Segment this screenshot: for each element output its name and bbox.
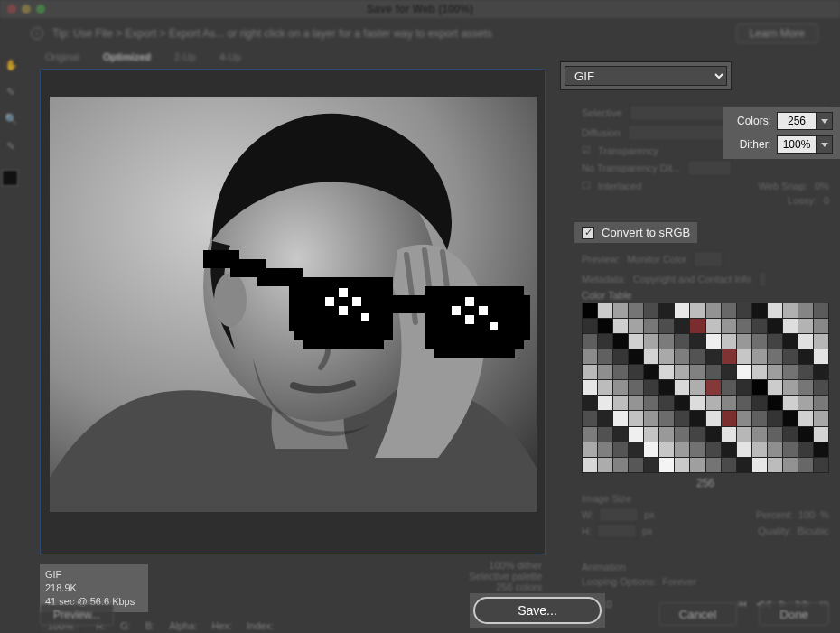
colors-label: Colors: — [730, 115, 771, 127]
readout-b: B: — [145, 620, 154, 631]
svg-rect-9 — [393, 295, 425, 313]
metadata-select[interactable]: Copyright and Contact Info — [633, 274, 751, 284]
lossy-value[interactable]: 0 — [824, 195, 829, 206]
looping-label: Looping Options: — [582, 576, 657, 587]
chevron-down-icon — [821, 119, 828, 124]
tool-palette: ✋ ✎ 🔍 ✎ — [2, 51, 27, 186]
svg-rect-19 — [465, 315, 474, 324]
eyedropper-tool-icon[interactable]: ✎ — [2, 137, 20, 155]
color-table-grid[interactable] — [582, 303, 829, 473]
dither-method-select[interactable]: Diffusion — [582, 127, 621, 138]
websnap-value[interactable]: 0% — [815, 181, 829, 191]
settings-panel: GIF Selective Diffusion ☑Transparency No… — [569, 51, 840, 633]
convert-srgb-label: Convert to sRGB — [602, 226, 690, 239]
info-icon: i — [31, 27, 43, 40]
slice-tool-icon[interactable]: ✎ — [2, 83, 20, 101]
save-button-wrap: Save... — [470, 593, 605, 628]
svg-point-2 — [214, 273, 247, 327]
hand-tool-icon[interactable]: ✋ — [2, 56, 20, 74]
preview-button[interactable]: Preview... — [40, 604, 114, 626]
svg-rect-17 — [361, 313, 369, 321]
color-swatch[interactable] — [2, 170, 18, 186]
readout-index: Index: — [247, 620, 274, 631]
width-field[interactable] — [599, 507, 639, 522]
cancel-button[interactable]: Cancel — [658, 602, 738, 626]
zoom-tool-icon[interactable]: 🔍 — [2, 110, 20, 128]
looping-select[interactable]: Forever — [662, 576, 696, 587]
format-select-wrap: GIF — [560, 61, 732, 90]
preview-frame — [40, 69, 546, 554]
color-table: Color Table 256 — [582, 290, 829, 489]
svg-rect-14 — [339, 306, 348, 315]
convert-srgb-checkbox[interactable] — [582, 227, 594, 239]
color-table-title: Color Table — [582, 290, 829, 301]
readout-alpha: Alpha: — [169, 620, 197, 631]
readout-hex: Hex: — [211, 620, 232, 631]
svg-rect-15 — [352, 297, 361, 306]
optimize-info-dither: 100% dither — [469, 560, 542, 571]
svg-rect-7 — [289, 286, 298, 331]
optimize-info-colors: 256 colors — [469, 582, 542, 592]
color-table-count: 256 — [582, 477, 829, 489]
percent-label: Percent: — [756, 509, 793, 520]
height-field[interactable] — [597, 524, 637, 538]
unit-label: px — [644, 509, 655, 520]
svg-rect-16 — [339, 288, 348, 297]
quality-label: Quality: — [758, 526, 791, 536]
svg-rect-18 — [452, 306, 461, 315]
save-button[interactable]: Save... — [473, 597, 602, 624]
animation-title: Animation — [582, 562, 829, 572]
preview-info-size: 218.9K — [45, 582, 143, 595]
svg-rect-8 — [303, 336, 384, 349]
preview-portrait — [50, 97, 537, 512]
preview-select[interactable]: Monitor Color — [627, 254, 686, 265]
chevron-down-icon — [821, 143, 828, 147]
preview-image — [50, 97, 537, 512]
colors-dropdown[interactable] — [817, 112, 833, 130]
image-size-section: Image Size W:px Percent:100% H:px Qualit… — [582, 493, 829, 540]
optimize-info-palette: Selective palette — [469, 571, 542, 582]
tip-text: Tip: Use File > Export > Export As... or… — [52, 27, 492, 40]
dither-input[interactable] — [777, 135, 817, 154]
quality-select[interactable]: Bicubic — [798, 526, 829, 536]
readout-g: G: — [120, 620, 131, 631]
format-select[interactable]: GIF — [565, 66, 727, 86]
image-size-title: Image Size — [582, 493, 829, 504]
preview-label: Preview: — [582, 254, 620, 265]
interlaced-checkbox[interactable]: Interlaced — [598, 181, 641, 191]
percent-value[interactable]: 100 — [798, 509, 815, 520]
lossy-label: Lossy: — [788, 195, 817, 206]
unit-label-2: px — [642, 526, 653, 536]
tip-bar: i Tip: Use File > Export > Export As... … — [31, 22, 818, 45]
svg-rect-12 — [519, 295, 530, 340]
window-titlebar: Save for Web (100%) — [0, 0, 840, 18]
transparency-checkbox[interactable]: Transparency — [598, 145, 658, 156]
svg-rect-20 — [479, 306, 488, 315]
dither-dropdown[interactable] — [817, 135, 833, 154]
window-title: Save for Web (100%) — [0, 3, 840, 15]
websnap-label: Web Snap: — [759, 181, 807, 191]
svg-rect-11 — [434, 345, 515, 358]
colors-input[interactable] — [777, 112, 817, 130]
svg-rect-22 — [490, 322, 498, 330]
animation-section: Animation Looping Options:Forever — [582, 562, 829, 587]
width-label: W: — [582, 509, 593, 520]
optimize-info: 100% dither Selective palette 256 colors — [469, 560, 542, 592]
svg-rect-13 — [325, 297, 334, 306]
height-label: H: — [582, 526, 592, 536]
convert-srgb-row[interactable]: Convert to sRGB — [574, 222, 697, 243]
colors-dither-box: Colors: Dither: — [723, 107, 840, 159]
metadata-label: Metadata: — [582, 274, 626, 284]
dither-label: Dither: — [730, 138, 771, 151]
done-button[interactable]: Done — [759, 602, 829, 626]
learn-more-button[interactable]: Learn More — [736, 23, 818, 43]
color-reduction-select[interactable]: Selective — [582, 107, 622, 118]
preview-info-format: GIF — [45, 568, 143, 582]
svg-rect-21 — [465, 297, 474, 306]
transparency-dither-select[interactable]: No Transparency Dit... — [582, 163, 680, 173]
